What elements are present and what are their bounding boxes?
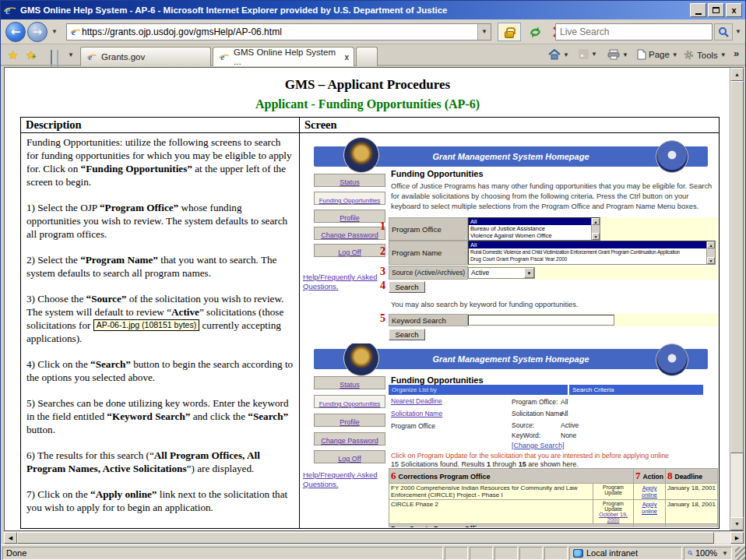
tab-label[interactable]: Grants.gov [101,52,145,62]
sidebar-link[interactable]: Funding Opportunities [319,400,381,407]
program-update-label: Program Update [603,501,624,512]
zoom-pane[interactable]: 100% ▼ [684,547,732,560]
horizontal-scrollbar[interactable]: ◀ ▶ [4,532,744,544]
sidebar-item-log-off[interactable]: Log Off [314,244,385,257]
scroll-up-icon[interactable]: ▲ [707,241,715,248]
minimize-button[interactable] [690,3,706,17]
list-option[interactable]: All [469,241,706,248]
feeds-button[interactable]: ▼ [579,49,597,59]
search-input[interactable] [556,24,712,40]
sidebar-item-funding-opportunities[interactable]: Funding Opportunities [314,395,385,408]
tools-menu-label[interactable]: Tools [697,51,718,60]
program-office-listbox[interactable]: All Bureau of Justice Assistance Violenc… [468,217,600,241]
scroll-up-icon[interactable]: ▲ [730,68,744,81]
vertical-scroll-thumb[interactable] [730,81,744,453]
program-update-date-link[interactable]: October 19, 2000 [599,512,628,523]
search-go-button[interactable] [714,23,733,41]
apply-online-link[interactable]: Apply online [642,501,657,515]
quick-tabs-icon[interactable] [51,51,52,65]
print-dropdown-icon[interactable]: ▼ [622,51,628,58]
command-overflow-icon[interactable]: » [734,48,739,59]
sidebar-item-change-password[interactable]: Change Password [314,227,385,240]
sidebar-link[interactable]: Log Off [338,455,361,463]
tab-grants-gov[interactable]: e Grants.gov [80,47,211,66]
forward-button[interactable]: → [27,22,48,42]
new-tab-stub[interactable] [356,47,378,66]
help-faq-link[interactable]: Help/Frequently Asked Questions. [303,470,390,489]
program-name-listbox[interactable]: All Rural Domestic Violence and Child Vi… [468,241,716,265]
sidebar-item-funding-opportunities[interactable]: Funding Opportunities [314,192,385,205]
refresh-button[interactable] [524,23,546,41]
favorites-star-icon[interactable]: ★ [8,48,18,62]
maximize-button[interactable] [708,3,724,17]
page-menu-button[interactable]: Page ▼ [637,49,678,60]
sidebar-link[interactable]: Status [340,381,360,389]
close-button[interactable]: x [726,3,742,17]
home-dropdown-icon[interactable]: ▼ [563,51,569,58]
keyword-input[interactable] [468,315,614,326]
back-button[interactable]: ← [5,22,26,42]
sidebar-link[interactable]: Log Off [338,248,361,256]
sidebar-item-status[interactable]: Status [314,376,385,389]
url-text[interactable]: https://grants.ojp.usdoj.gov/gmsHelp/AP-… [82,26,477,37]
sidebar-link[interactable]: Change Password [321,437,378,445]
print-button[interactable]: ▼ [607,49,628,60]
address-dropdown-icon[interactable]: ▼ [477,24,491,40]
scroll-left-icon[interactable]: ◀ [4,532,17,544]
vertical-scrollbar[interactable]: ▲ ▼ [730,68,743,530]
sidebar-item-status[interactable]: Status [314,174,385,187]
feeds-dropdown-icon[interactable]: ▼ [591,51,597,58]
zoom-level[interactable]: 100% [695,548,717,558]
add-favorite-icon[interactable]: ★+ [26,48,36,62]
list-option[interactable]: Bureau of Justice Assistance [469,225,591,232]
sidebar-link[interactable]: Profile [340,214,360,222]
sidebar-link[interactable]: Change Password [321,231,378,239]
keyword-search-button[interactable]: Search [389,329,425,340]
scroll-up-icon[interactable]: ▲ [592,218,600,225]
tools-dropdown-icon[interactable]: ▼ [720,51,727,58]
tab-gms-help[interactable]: e GMS Online Help System ... x [213,47,354,66]
list-option[interactable]: Violence Against Women Office [469,232,591,239]
sidebar-link[interactable]: Profile [340,418,360,426]
scroll-right-icon[interactable]: ▶ [730,532,744,544]
live-search-box[interactable] [555,23,713,41]
page-dropdown-icon[interactable]: ▼ [672,51,678,58]
scroll-down-icon[interactable]: ▼ [730,517,744,530]
history-dropdown-icon[interactable]: ▼ [49,22,60,42]
address-bar[interactable]: e https://grants.ojp.usdoj.gov/gmsHelp/A… [66,23,491,41]
scroll-down-icon[interactable]: ▼ [707,257,715,264]
change-search-link[interactable]: [Change Search] [512,442,565,449]
listbox-scrollbar[interactable]: ▲▼ [706,241,715,264]
step-marker-6: 6 [391,470,396,481]
sort-solicitation-name-link[interactable]: Solicitation Name [391,410,442,417]
sidebar-item-profile[interactable]: Profile [314,210,385,223]
list-option[interactable]: Drug Court Grant Program Fiscal Year 200… [469,255,706,262]
list-option[interactable]: All [469,218,591,225]
security-lock-button[interactable] [498,23,521,41]
help-faq-link[interactable]: Help/Frequently Asked Questions. [303,273,390,291]
sidebar-link[interactable]: Status [340,178,360,186]
tab-close-icon[interactable]: x [344,53,349,62]
source-select[interactable]: Active ▼ [468,267,535,279]
sidebar-item-profile[interactable]: Profile [314,414,385,427]
sidebar-item-log-off[interactable]: Log Off [314,450,385,463]
zoom-dropdown-icon[interactable]: ▼ [722,550,728,557]
list-option[interactable]: Rural Domestic Violence and Child Victim… [469,248,706,255]
home-button[interactable]: ▼ [548,49,569,60]
search-button[interactable]: Search [389,281,425,293]
search-options-dropdown-icon[interactable]: ▼ [733,23,744,41]
select-dropdown-icon[interactable]: ▼ [524,268,534,278]
source-selected-value[interactable]: Active [469,268,524,278]
sidebar-link[interactable]: Funding Opportunities [319,197,381,204]
scroll-down-icon[interactable]: ▼ [592,233,600,240]
resize-grip[interactable] [735,547,745,560]
sidebar-item-change-password[interactable]: Change Password [314,432,385,446]
page-menu-label[interactable]: Page [649,50,670,59]
tools-menu-button[interactable]: Tools ▼ [683,49,727,61]
listbox-scrollbar[interactable]: ▲▼ [591,218,600,240]
tab-label[interactable]: GMS Online Help System ... [234,48,336,66]
sort-nearest-deadline-link[interactable]: Nearest Deadline [391,397,442,405]
tab-list-dropdown-icon[interactable]: ▼ [68,51,74,58]
horizontal-scroll-thumb[interactable] [17,532,714,544]
apply-online-link[interactable]: Apply online [642,484,657,498]
